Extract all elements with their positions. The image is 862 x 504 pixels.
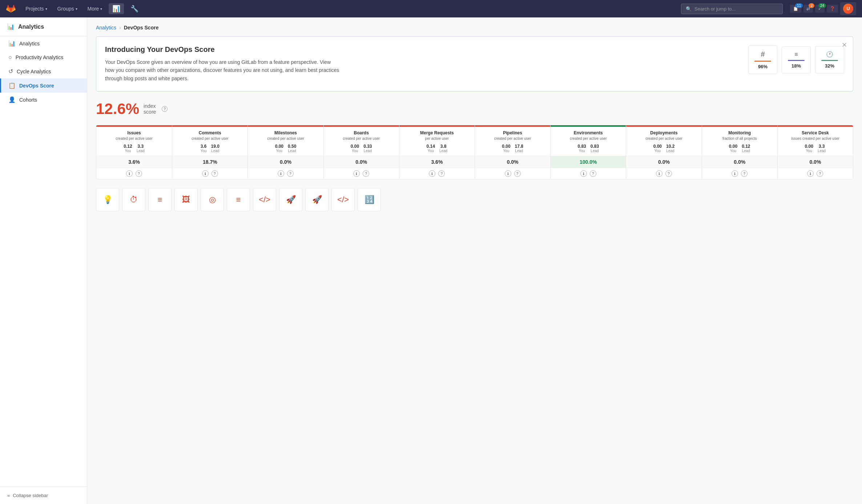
metric-question-icon-boards[interactable]: ? <box>363 170 369 177</box>
metric-body-environments: Environments created per active user 0.8… <box>551 127 626 156</box>
metric-icons-row-environments: ℹ ? <box>551 168 626 179</box>
metric-info-icon-environments[interactable]: ℹ <box>580 170 587 177</box>
metric-question-icon-service-desk[interactable]: ? <box>817 170 823 177</box>
metric-info-icon-merge-requests[interactable]: ℹ <box>429 170 435 177</box>
metric-vals-environments: 0.83 You 0.83 Lead <box>553 144 623 153</box>
metric-lead-val-boards: 0.33 <box>363 144 372 149</box>
metric-lead-val-comments: 19.0 <box>211 144 219 149</box>
rocket-icon[interactable]: 🚀 <box>279 188 302 211</box>
metric-subtitle-boards: created per active user <box>327 136 396 141</box>
metric-card-issues: Issues created per active user 0.12 You … <box>96 125 172 179</box>
metric-vals-issues: 0.12 You 3.3 Lead <box>99 144 169 153</box>
avatar: U <box>843 4 853 14</box>
sidebar-item-analytics[interactable]: 📊 Analytics <box>0 36 87 50</box>
sidebar-item-productivity[interactable]: ○ Productivity Analytics <box>0 50 87 64</box>
metric-vals-comments: 3.6 You 19.0 Lead <box>175 144 245 153</box>
image-icon[interactable]: 🖼 <box>174 188 198 211</box>
merge-request-btn[interactable]: ⇄ 2 <box>803 5 813 13</box>
metric-percent-service-desk: 0.0% <box>778 156 853 168</box>
metric-you-milestones: 0.00 You <box>275 144 283 153</box>
metric-card-boards: Boards created per active user 0.00 You … <box>323 125 399 179</box>
metric-subtitle-comments: created per active user <box>175 136 245 141</box>
score-help-icon[interactable]: ? <box>162 106 168 112</box>
user-avatar-btn[interactable]: U <box>840 2 856 15</box>
metric-percent-boards: 0.0% <box>324 156 399 168</box>
devops-icon: 📋 <box>8 82 16 89</box>
bulb-icon[interactable]: 💡 <box>96 188 119 211</box>
intro-close-btn[interactable]: ✕ <box>842 41 847 49</box>
intro-card-1-val: 18% <box>788 63 805 69</box>
metric-icons-row-boards: ℹ ? <box>324 168 399 179</box>
metric-question-icon-monitoring[interactable]: ? <box>741 170 748 177</box>
top-nav: Projects Groups More 📊 🔧 🔍 Search or jum… <box>0 0 862 17</box>
metric-question-icon-comments[interactable]: ? <box>212 170 218 177</box>
intro-card-1-bar <box>788 60 805 61</box>
metric-you-label-milestones: You <box>275 149 283 153</box>
metric-subtitle-service-desk: issues created per active user <box>781 136 850 141</box>
metric-you-label-deployments: You <box>653 149 662 153</box>
index-label-line1: index <box>144 103 156 109</box>
breadcrumb-parent-link[interactable]: Analytics <box>96 25 116 31</box>
target-icon[interactable]: ◎ <box>201 188 224 211</box>
metric-subtitle-deployments: created per active user <box>629 136 698 141</box>
list-icon[interactable]: ≡ <box>148 188 172 211</box>
code-icon[interactable]: </> <box>253 188 276 211</box>
metric-percent-environments: 100.0% <box>551 156 626 168</box>
metric-question-icon-milestones[interactable]: ? <box>287 170 294 177</box>
metric-question-icon-environments[interactable]: ? <box>590 170 596 177</box>
list2-icon[interactable]: ≡ <box>227 188 250 211</box>
code2-icon[interactable]: </> <box>331 188 355 211</box>
sidebar-item-cohorts[interactable]: 👤 Cohorts <box>0 93 87 107</box>
rocket2-icon[interactable]: 🚀 <box>305 188 329 211</box>
collapse-sidebar-btn[interactable]: « Collapse sidebar <box>0 487 87 504</box>
logo[interactable] <box>6 4 16 14</box>
metric-info-icon-monitoring[interactable]: ℹ <box>732 170 738 177</box>
analytics-icon: 📊 <box>8 40 16 47</box>
timer-icon[interactable]: ⏱ <box>122 188 145 211</box>
metric-info-icon-issues[interactable]: ℹ <box>126 170 133 177</box>
sidebar-item-devops[interactable]: 📋 DevOps Score <box>0 78 87 93</box>
number-icon[interactable]: 🔢 <box>358 188 381 211</box>
metric-icons-row-comments: ℹ ? <box>172 168 247 179</box>
search-bar[interactable]: 🔍 Search or jump to... <box>681 4 783 14</box>
metric-body-comments: Comments created per active user 3.6 You… <box>172 127 247 156</box>
metric-info-icon-deployments[interactable]: ℹ <box>656 170 662 177</box>
metric-title-merge-requests: Merge Requests <box>402 130 472 135</box>
breadcrumb: Analytics › DevOps Score <box>96 25 853 31</box>
metric-lead-label-boards: Lead <box>363 149 372 153</box>
settings-nav-btn[interactable]: 🔧 <box>127 3 142 14</box>
metric-question-icon-pipelines[interactable]: ? <box>514 170 521 177</box>
metric-title-monitoring: Monitoring <box>705 130 774 135</box>
metric-lead-environments: 0.83 Lead <box>591 144 599 153</box>
metric-title-boards: Boards <box>327 130 396 135</box>
metric-info-icon-pipelines[interactable]: ℹ <box>505 170 511 177</box>
metric-you-environments: 0.83 You <box>577 144 586 153</box>
metric-info-icon-comments[interactable]: ℹ <box>202 170 209 177</box>
more-nav-btn[interactable]: More <box>84 4 106 14</box>
groups-nav-btn[interactable]: Groups <box>54 4 81 14</box>
intro-card-2: 🕐 32% <box>815 46 844 73</box>
metric-info-icon-boards[interactable]: ℹ <box>353 170 360 177</box>
metric-subtitle-issues: created per active user <box>99 136 169 141</box>
metric-question-icon-merge-requests[interactable]: ? <box>438 170 445 177</box>
metric-percent-pipelines: 0.0% <box>475 156 550 168</box>
projects-nav-btn[interactable]: Projects <box>22 4 51 14</box>
help-btn[interactable]: ❓ <box>827 5 838 13</box>
metric-lead-milestones: 0.50 Lead <box>288 144 296 153</box>
metric-you-label-issues: You <box>124 149 132 153</box>
metric-you-val-merge-requests: 0.14 <box>427 144 435 149</box>
analytics-nav-icon-btn[interactable]: 📊 <box>109 3 124 14</box>
metric-question-icon-deployments[interactable]: ? <box>665 170 672 177</box>
metric-info-icon-milestones[interactable]: ℹ <box>278 170 284 177</box>
sidebar-item-cycle[interactable]: ↺ Cycle Analytics <box>0 64 87 78</box>
metric-lead-val-merge-requests: 3.8 <box>439 144 447 149</box>
todo-btn[interactable]: 📋 11 <box>790 5 801 13</box>
issues-btn[interactable]: ✓ 24 <box>815 5 825 13</box>
sidebar-item-analytics-label: Analytics <box>19 41 40 46</box>
metric-you-val-monitoring: 0.00 <box>729 144 737 149</box>
metric-subtitle-monitoring: fraction of all projects <box>705 136 774 141</box>
metric-question-icon-issues[interactable]: ? <box>136 170 142 177</box>
metric-you-pipelines: 0.00 You <box>502 144 510 153</box>
metric-info-icon-service-desk[interactable]: ℹ <box>807 170 814 177</box>
metrics-grid: Issues created per active user 0.12 You … <box>96 125 853 179</box>
